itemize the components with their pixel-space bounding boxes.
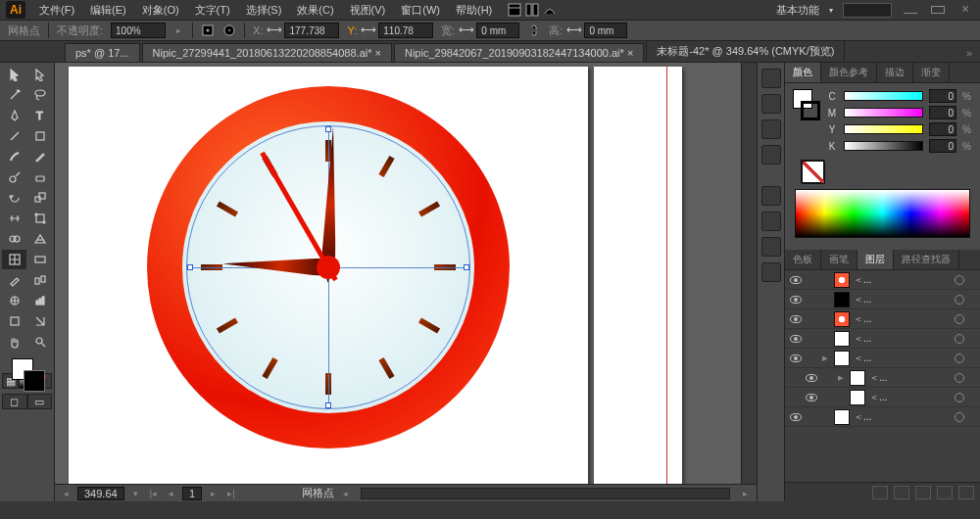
search-input[interactable] [843,3,892,18]
tab-layers[interactable]: 图层 [858,250,894,269]
tab-swatches[interactable]: 色板 [785,250,821,269]
rotate-tool[interactable] [2,188,26,208]
x-input[interactable] [284,23,339,38]
link-y-icon[interactable]: ⟷ [361,24,374,37]
brush-tool[interactable] [2,147,26,166]
visibility-icon[interactable] [789,273,803,287]
target-icon[interactable] [955,354,964,363]
line-tool[interactable] [2,126,26,146]
visibility-icon[interactable] [789,312,803,326]
clock-artwork[interactable] [147,86,510,448]
pencil-tool[interactable] [27,147,52,166]
tab-doc-4[interactable]: 未标题-42* @ 349.64% (CMYK/预览) [646,40,845,62]
h-input[interactable] [584,23,627,38]
menu-object[interactable]: 对象(O) [136,1,185,20]
fill-stroke-swatch[interactable] [2,356,52,396]
arrange-icon[interactable] [519,1,533,15]
tab-pathfinder[interactable]: 路径查找器 [894,250,959,269]
workspace-switcher[interactable]: 基本功能▾ [776,3,974,18]
delete-layer-icon[interactable] [958,486,974,499]
menu-window[interactable]: 窗口(W) [395,1,446,20]
dock-icon-3[interactable] [761,119,781,139]
target-icon[interactable] [955,393,964,402]
magic-wand-tool[interactable] [2,85,26,105]
blob-tool[interactable] [2,167,26,187]
visibility-icon[interactable] [789,352,803,365]
zoom-out-icon[interactable]: ◂ [61,489,72,498]
menu-select[interactable]: 选择(S) [240,1,288,20]
dock-icon-6[interactable] [761,212,781,231]
tab-gradient[interactable]: 渐变 [913,63,950,82]
symbol-tool[interactable] [2,291,26,310]
visibility-icon[interactable] [805,371,818,385]
screen-mode-buttons[interactable]: ◻▭ [2,394,52,413]
artboard-1[interactable] [69,67,588,484]
canvas-area[interactable]: ◂ 349.64 ▾ |◂ ◂ 1 ▸ ▸| 网格点 ◂ ▸ [55,63,757,501]
m-slider[interactable] [844,108,923,118]
menu-help[interactable]: 帮助(H) [450,1,498,20]
dock-icon-4[interactable] [761,145,781,165]
scrollbar-horizontal[interactable] [361,488,730,499]
layer-row[interactable]: ▸ ＜... [785,349,980,368]
mesh-tool[interactable] [2,250,26,269]
align-icon[interactable] [222,24,236,37]
layer-row[interactable]: ＜... [785,290,980,309]
target-icon[interactable] [955,295,964,305]
tabs-overflow-icon[interactable]: » [958,44,980,62]
link-x-icon[interactable]: ⟷ [267,24,280,37]
tab-stroke[interactable]: 描边 [877,63,913,82]
opacity-input[interactable] [111,23,166,38]
layer-row[interactable]: ＜... [785,309,980,329]
tab-doc-1[interactable]: ps* @ 17... [65,43,140,62]
blend-tool[interactable] [27,270,52,290]
target-icon[interactable] [955,373,964,383]
dock-icon-5[interactable] [761,186,781,206]
locate-layer-icon[interactable] [872,486,888,499]
bridge-icon[interactable] [537,1,551,15]
layer-row[interactable]: ＜... [785,270,980,290]
type-tool[interactable]: T [27,106,52,125]
c-slider[interactable] [844,91,923,101]
first-artboard-icon[interactable]: |◂ [147,489,160,498]
w-input[interactable] [476,23,519,38]
eyedropper-tool[interactable] [2,270,26,290]
k-slider[interactable] [844,141,923,151]
y-input[interactable] [929,122,956,136]
layout-icon[interactable] [502,1,515,15]
expand-icon[interactable]: ▸ [836,371,846,384]
direct-select-tool[interactable] [27,65,52,84]
scrollbar-vertical[interactable] [741,63,757,484]
selection-tool[interactable] [2,65,26,84]
maximize-button[interactable] [929,3,947,17]
artboard-2[interactable] [594,67,682,484]
target-icon[interactable] [955,334,964,344]
menu-edit[interactable]: 编辑(E) [84,1,132,20]
tab-color[interactable]: 颜色 [785,63,821,82]
m-input[interactable] [929,106,956,119]
c-input[interactable] [929,89,956,103]
artboard-tool[interactable] [2,311,26,331]
spectrum-picker[interactable] [795,189,970,238]
zoom-tool[interactable] [27,332,52,352]
hand-tool[interactable] [2,332,26,352]
make-clip-icon[interactable] [894,486,909,499]
target-icon[interactable] [955,412,964,422]
slice-tool[interactable] [27,311,52,331]
anchor-icon[interactable] [201,24,215,37]
menu-effect[interactable]: 效果(C) [291,1,339,20]
layer-row[interactable]: ▸ ＜... [785,368,980,388]
new-sublayer-icon[interactable] [915,486,931,499]
close-button[interactable] [956,3,974,17]
k-input[interactable] [929,139,956,153]
link-wh-icon[interactable] [527,24,541,37]
layer-row[interactable]: ＜... [785,388,980,407]
tab-colorguide[interactable]: 颜色参考 [821,63,877,82]
minimize-button[interactable] [902,3,919,17]
layer-row[interactable]: ＜... [785,407,980,427]
dock-icon-8[interactable] [761,262,781,282]
tab-brushes[interactable]: 画笔 [821,250,858,269]
menu-view[interactable]: 视图(V) [344,1,392,20]
target-icon[interactable] [955,314,964,324]
expand-icon[interactable]: ▸ [820,352,830,364]
visibility-icon[interactable] [789,410,803,424]
